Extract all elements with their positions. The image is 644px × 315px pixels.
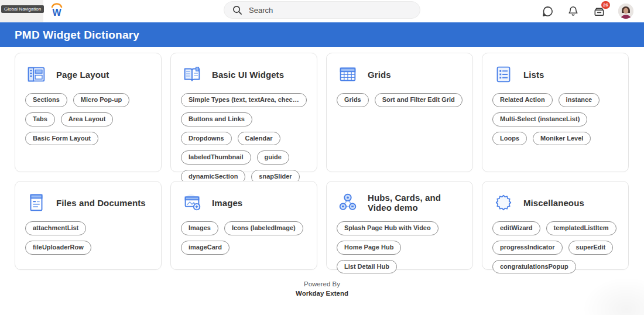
card-title: Grids: [368, 70, 391, 80]
widget-chip[interactable]: Home Page Hub: [337, 241, 401, 255]
svg-text:W: W: [52, 8, 61, 18]
card-basic-ui-widgets: Basic UI Widgets Simple Types (text, tex…: [170, 53, 317, 172]
widget-chip[interactable]: Micro Pop-up: [73, 93, 129, 107]
widget-chip[interactable]: Grids: [337, 93, 369, 107]
card-files-and-documents: Files and Documents attachmentListfileUp…: [15, 181, 162, 270]
footer: Powered By Workday Extend: [0, 280, 644, 298]
chip-group: SectionsMicro Pop-upTabsArea LayoutBasic…: [25, 93, 151, 145]
card-lists: Lists Related ActioninstanceMulti-Select…: [482, 53, 629, 172]
document-icon: [25, 191, 47, 214]
chip-group: Related ActioninstanceMulti-Select (inst…: [492, 93, 618, 145]
widget-chip[interactable]: Moniker Level: [533, 132, 591, 146]
card-title: Hubs, Cards, and Video demo: [368, 193, 463, 213]
chip-group: GridsSort and Filter Edit Grid: [337, 93, 463, 107]
widget-chip[interactable]: Icons (labeledImage): [224, 221, 303, 235]
widget-chip[interactable]: Buttons and Links: [181, 112, 252, 126]
global-navigation-tooltip: Global Navigation: [1, 5, 44, 13]
chat-icon[interactable]: [541, 5, 554, 18]
widget-chip[interactable]: superEdit: [568, 241, 614, 255]
widget-chip[interactable]: progressIndicator: [492, 241, 563, 255]
avatar[interactable]: [618, 4, 633, 19]
card-grids: Grids GridsSort and Filter Edit Grid: [326, 53, 473, 172]
widget-chip[interactable]: instance: [559, 93, 600, 107]
card-images: Images ImagesIcons (labeledImage)imageCa…: [170, 181, 317, 270]
inbox-badge: 26: [601, 1, 610, 9]
widget-chip[interactable]: editWizard: [492, 221, 540, 235]
widget-chip[interactable]: guide: [257, 150, 289, 165]
widget-chip[interactable]: Sections: [25, 93, 67, 107]
notifications-icon[interactable]: [567, 5, 580, 18]
card-title: Basic UI Widgets: [212, 70, 284, 80]
widget-chip[interactable]: Splash Page Hub with Video: [337, 221, 439, 235]
widget-chip[interactable]: imageCard: [181, 241, 229, 255]
widget-chip[interactable]: Basic Form Layout: [25, 132, 98, 146]
book-icon: [181, 63, 203, 85]
card-title: Files and Documents: [56, 198, 146, 208]
widget-chip[interactable]: Multi-Select (instanceList): [492, 112, 587, 126]
chip-group: attachmentListfileUploaderRow: [25, 221, 151, 255]
card-page-layout: Page Layout SectionsMicro Pop-upTabsArea…: [15, 53, 162, 172]
top-bar: Global Navigation W: [0, 0, 644, 22]
list-icon: [492, 63, 515, 85]
widget-chip[interactable]: Loops: [492, 132, 527, 146]
widget-chip[interactable]: fileUploaderRow: [25, 241, 91, 255]
widget-chip[interactable]: Sort and Filter Edit Grid: [375, 93, 463, 107]
workday-logo-icon[interactable]: W: [49, 2, 64, 19]
widget-chip[interactable]: congratulationsPopup: [492, 260, 576, 274]
page-layout-icon: [25, 63, 47, 85]
chip-group: Splash Page Hub with VideoHome Page HubL…: [337, 221, 463, 273]
page-title: PMD Widget Dictionary: [0, 29, 139, 42]
card-hubs-cards-video: Hubs, Cards, and Video demo Splash Page …: [326, 181, 473, 270]
workday-extend-brand: Workday Extend: [0, 289, 644, 299]
chip-group: Simple Types (text, textArea, checkbox..…: [181, 93, 307, 184]
card-title: Lists: [523, 70, 544, 80]
image-icon: [181, 191, 203, 214]
widget-chip[interactable]: attachmentList: [25, 221, 86, 235]
chip-group: editWizardtemplatedListItemprogressIndic…: [492, 221, 618, 273]
widget-chip[interactable]: List Detail Hub: [337, 260, 397, 274]
widget-chip[interactable]: Calendar: [238, 132, 280, 146]
widget-chip[interactable]: templatedListItem: [546, 221, 616, 235]
widget-chip[interactable]: Simple Types (text, textArea, checkbox..…: [181, 93, 307, 107]
widget-chip[interactable]: labeledThumbnail: [181, 150, 251, 165]
global-navigation-button[interactable]: Global Navigation: [0, 0, 43, 22]
hub-icon: [337, 191, 359, 214]
powered-by-text: Powered By: [0, 280, 644, 289]
widget-chip[interactable]: Dropdowns: [181, 132, 232, 146]
inbox-icon[interactable]: 26: [592, 5, 605, 18]
starburst-icon: [492, 191, 515, 214]
card-title: Images: [212, 198, 242, 208]
card-title: Miscellaneous: [523, 198, 584, 208]
chip-group: ImagesIcons (labeledImage)imageCard: [181, 221, 307, 255]
grid-icon: [337, 63, 359, 85]
card-miscellaneous: Miscellaneous editWizardtemplatedListIte…: [482, 181, 629, 270]
widget-chip[interactable]: Related Action: [492, 93, 553, 107]
card-title: Page Layout: [56, 70, 109, 80]
widget-category-grid: Page Layout SectionsMicro Pop-upTabsArea…: [15, 53, 644, 270]
search-icon: [232, 5, 242, 15]
widget-chip[interactable]: Images: [181, 221, 218, 235]
page-header: PMD Widget Dictionary: [0, 22, 644, 47]
widget-chip[interactable]: Area Layout: [61, 112, 114, 126]
global-search[interactable]: [224, 1, 420, 19]
widget-chip[interactable]: Tabs: [25, 112, 55, 126]
search-input[interactable]: [249, 6, 412, 15]
